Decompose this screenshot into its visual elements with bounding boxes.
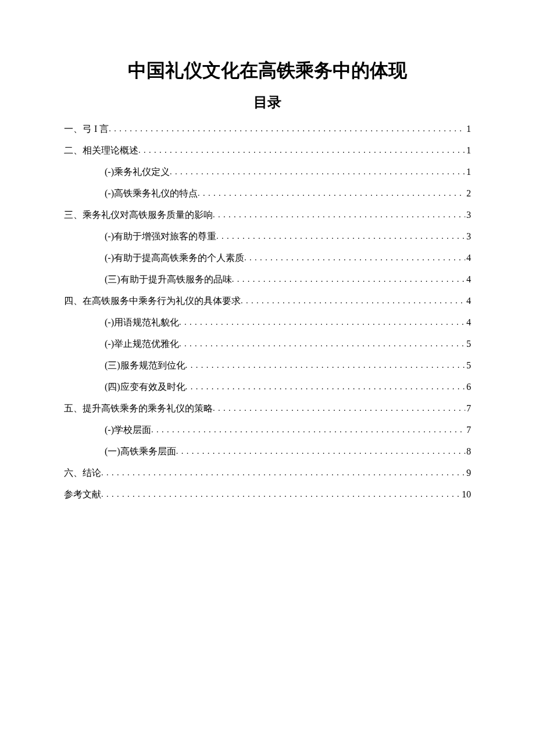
- toc-entry: (三)服务规范到位化5: [64, 360, 471, 372]
- toc-entry-label: 二、相关理论概述: [64, 145, 138, 157]
- toc-entry: (-)高铁乘务礼仪的特点2: [64, 188, 471, 200]
- toc-entry-label: (一)高铁乘务层面: [105, 446, 176, 458]
- toc-entry: 一、弓 I 言1: [64, 123, 471, 135]
- toc-entry-page: 4: [465, 274, 471, 285]
- toc-entry-page: 4: [465, 253, 471, 263]
- toc-entry-page: 4: [465, 296, 471, 306]
- toc-leader-dots: [138, 146, 465, 155]
- toc-leader-dots: [101, 490, 461, 499]
- toc-entry-page: 3: [465, 231, 471, 242]
- toc-entry-page: 2: [465, 188, 471, 199]
- toc-leader-dots: [151, 425, 465, 435]
- toc-entry-page: 5: [465, 339, 471, 349]
- toc-entry: (-)乘务礼仪定义1: [64, 166, 471, 178]
- toc-entry-label: 四、在高铁服务中乘务行为礼仪的具体要求: [64, 295, 241, 307]
- toc-entry-page: 8: [465, 446, 471, 457]
- toc-leader-dots: [213, 210, 465, 220]
- toc-entry: 四、在高铁服务中乘务行为礼仪的具体要求4: [64, 295, 471, 307]
- document-title: 中国礼仪文化在高铁乘务中的体现: [64, 58, 471, 84]
- toc-entry: (-)举止规范优雅化5: [64, 338, 471, 350]
- toc-entry: (-)有助于增强对旅客的尊重3: [64, 231, 471, 243]
- toc-entry: (三)有助于提升高铁服务的品味4: [64, 274, 471, 286]
- toc-entry: (-)有助于提高高铁乘务的个人素质4: [64, 252, 471, 264]
- toc-entry-page: 6: [465, 382, 471, 392]
- toc-leader-dots: [101, 468, 465, 478]
- toc-leader-dots: [241, 296, 465, 306]
- toc-entry-label: 五、提升高铁乘务的乘务礼仪的策略: [64, 403, 213, 415]
- toc-entry: 三、乘务礼仪对高铁服务质量的影响3: [64, 209, 471, 221]
- toc-entry-label: (-)有助于增强对旅客的尊重: [105, 231, 216, 243]
- toc-entry-label: (四)应变有效及时化: [105, 381, 186, 393]
- toc-leader-dots: [109, 124, 465, 134]
- toc-leader-dots: [244, 253, 465, 263]
- toc-entry-label: (-)举止规范优雅化: [105, 338, 179, 350]
- toc-leader-dots: [179, 318, 465, 327]
- toc-entry-label: (-)高铁乘务礼仪的特点: [105, 188, 198, 200]
- toc-entry-label: (-)乘务礼仪定义: [105, 166, 170, 178]
- toc-entry-label: 参考文献: [64, 489, 101, 501]
- toc-leader-dots: [213, 404, 465, 413]
- toc-leader-dots: [170, 167, 465, 177]
- toc-entry-label: 六、结论: [64, 467, 101, 479]
- toc-entry-label: (三)有助于提升高铁服务的品味: [105, 274, 232, 286]
- toc-entry: 参考文献10: [64, 489, 471, 501]
- toc-heading: 目录: [64, 93, 471, 112]
- toc-entry-page: 9: [465, 468, 471, 478]
- toc-entry-page: 1: [465, 167, 471, 177]
- toc-entry-label: 一、弓 I 言: [64, 123, 109, 135]
- toc-leader-dots: [186, 382, 465, 392]
- toc-entry-label: 三、乘务礼仪对高铁服务质量的影响: [64, 209, 213, 221]
- toc-leader-dots: [186, 361, 465, 370]
- toc-entry: 五、提升高铁乘务的乘务礼仪的策略7: [64, 403, 471, 415]
- toc-entry-label: (-)有助于提高高铁乘务的个人素质: [105, 252, 244, 264]
- toc-leader-dots: [232, 275, 465, 284]
- toc-entry: 六、结论9: [64, 467, 471, 479]
- toc-entry: (-)学校层面7: [64, 424, 471, 436]
- toc-entry-page: 10: [461, 489, 471, 500]
- toc-leader-dots: [216, 232, 465, 241]
- toc-entry-page: 7: [465, 425, 471, 435]
- toc-entry-page: 1: [465, 124, 471, 134]
- toc-leader-dots: [176, 447, 465, 456]
- toc-entry-page: 3: [465, 210, 471, 220]
- toc-entry: 二、相关理论概述1: [64, 145, 471, 157]
- toc-entry: (-)用语规范礼貌化4: [64, 317, 471, 329]
- toc-leader-dots: [198, 189, 465, 198]
- table-of-contents: 一、弓 I 言1二、相关理论概述1(-)乘务礼仪定义1(-)高铁乘务礼仪的特点2…: [64, 123, 471, 501]
- toc-entry-label: (三)服务规范到位化: [105, 360, 186, 372]
- toc-entry-label: (-)学校层面: [105, 424, 151, 436]
- toc-entry-page: 1: [465, 145, 471, 156]
- toc-entry: (一)高铁乘务层面8: [64, 446, 471, 458]
- toc-entry: (四)应变有效及时化6: [64, 381, 471, 393]
- toc-entry-page: 5: [465, 360, 471, 371]
- toc-leader-dots: [179, 339, 465, 349]
- toc-entry-page: 7: [465, 403, 471, 414]
- toc-entry-page: 4: [465, 317, 471, 328]
- toc-entry-label: (-)用语规范礼貌化: [105, 317, 179, 329]
